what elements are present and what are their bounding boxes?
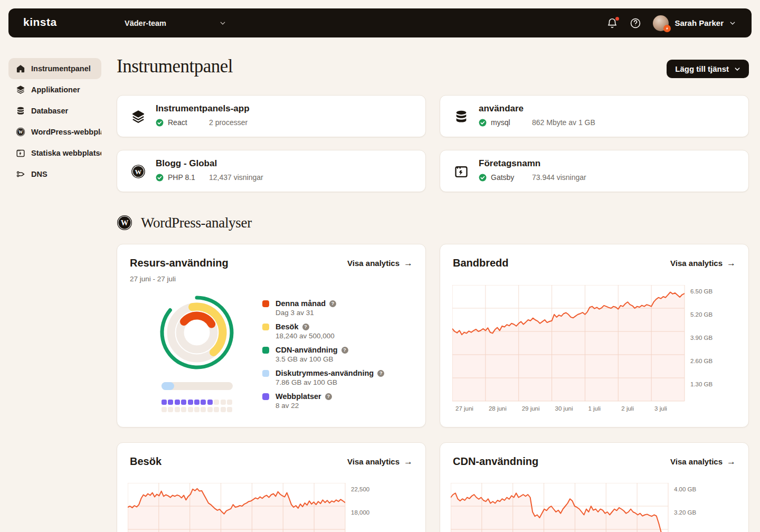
sidebar-item-label: Instrumentpanel <box>31 64 91 73</box>
main-content: Instrumentpanel Lägg till tjänst Instrum… <box>117 56 749 532</box>
svg-text:6.50 GB: 6.50 GB <box>690 288 713 294</box>
service-cards: Instrumentpanels-appReact2 processeranvä… <box>117 95 749 192</box>
website-square-free <box>214 400 219 405</box>
service-card-f-retagsnamn[interactable]: FöretagsnamnGatsby73.944 visningar <box>440 150 749 192</box>
legend-value: 18,240 av 500,000 <box>276 332 415 340</box>
service-card-anv-ndare[interactable]: användaremysql862 Mbyte av 1 GB <box>440 95 749 137</box>
help-tooltip-icon[interactable]: ? <box>341 347 348 354</box>
wordpress-icon: W <box>16 127 25 137</box>
svg-text:1.30 GB: 1.30 GB <box>690 381 713 387</box>
websites-squares <box>162 400 232 412</box>
sidebar-item-instrumentpanel[interactable]: Instrumentpanel <box>8 58 101 79</box>
page-header: Instrumentpanel Lägg till tjänst <box>117 56 749 87</box>
arrow-right-icon: → <box>404 259 413 268</box>
website-square-free <box>194 407 200 412</box>
svg-text:5.20 GB: 5.20 GB <box>690 311 713 318</box>
nav-right-cluster: Sarah Parker <box>606 8 736 37</box>
service-title: användare <box>479 103 524 114</box>
svg-text:W: W <box>121 218 129 227</box>
team-selector[interactable]: Väder-team <box>125 8 226 37</box>
service-title: Blogg - Global <box>156 158 217 169</box>
sidebar-item-wordpress-webbplatser[interactable]: WWordPress-webbplatser <box>8 121 101 142</box>
legend-swatch <box>262 370 269 377</box>
resource-legend: Denna månad?Dag 3 av 31Besök?18,240 av 5… <box>262 299 415 415</box>
legend-swatch <box>262 300 269 307</box>
disk-usage-bar-fill <box>162 382 174 390</box>
legend-swatch <box>262 324 269 330</box>
dns-icon <box>16 169 25 179</box>
legend-label: CDN-användning <box>276 346 338 354</box>
analytics-grid: Resurs-användning 27 juni - 27 juli Visa… <box>117 244 749 532</box>
sidebar-item-dns[interactable]: DNS <box>8 164 101 185</box>
help-tooltip-icon[interactable]: ? <box>325 393 332 400</box>
arrow-right-icon: → <box>404 457 413 466</box>
view-analytics-link[interactable]: Visa analytics→ <box>347 457 413 466</box>
help-button[interactable] <box>630 17 641 29</box>
sidebar: InstrumentpanelApplikationerDatabaserWWo… <box>8 58 101 185</box>
wordpress-icon: W <box>131 164 146 179</box>
chevron-down-icon <box>729 20 736 26</box>
card-title: Besök <box>130 455 162 468</box>
help-tooltip-icon[interactable]: ? <box>329 300 336 307</box>
view-analytics-link[interactable]: Visa analytics→ <box>347 259 413 268</box>
service-status: PHP 8.112,437 visningar <box>156 173 263 182</box>
svg-text:2 juli: 2 juli <box>621 405 634 412</box>
service-card-blogg-global[interactable]: WBlogg - GlobalPHP 8.112,437 visningar <box>117 150 426 192</box>
sidebar-item-label: DNS <box>31 170 48 178</box>
website-square-used <box>162 400 167 405</box>
view-analytics-link[interactable]: Visa analytics→ <box>670 457 736 466</box>
legend-value: Dag 3 av 31 <box>276 309 415 317</box>
status-detail: 73.944 visningar <box>532 173 586 182</box>
top-nav: kinsta Väder-team Sarah Parker <box>8 8 752 37</box>
cdn-usage-card: CDN-användning Visa analytics→ 4.00 GB3.… <box>440 442 749 532</box>
notifications-button[interactable] <box>606 17 618 29</box>
website-square-free <box>227 400 232 405</box>
svg-text:3.90 GB: 3.90 GB <box>690 335 713 341</box>
bolt-badge-icon <box>663 25 671 32</box>
team-selector-label: Väder-team <box>125 19 166 27</box>
website-square-free <box>227 407 232 412</box>
home-icon <box>16 64 25 73</box>
resource-usage-card: Resurs-användning 27 juni - 27 juli Visa… <box>117 244 426 428</box>
service-title: Företagsnamn <box>479 158 540 169</box>
resource-donut-chart <box>157 293 236 372</box>
service-card-instrumentpanels-app[interactable]: Instrumentpanels-appReact2 processer <box>117 95 426 137</box>
sidebar-item-databaser[interactable]: Databaser <box>8 100 101 121</box>
legend-value: 3.5 GB av 100 GB <box>276 355 415 363</box>
svg-text:28 juni: 28 juni <box>489 405 507 412</box>
website-square-free <box>188 407 193 412</box>
help-tooltip-icon[interactable]: ? <box>302 324 309 330</box>
legend-item-denna-m-nad: Denna månad?Dag 3 av 31 <box>262 299 415 315</box>
legend-swatch <box>262 393 269 400</box>
section-title: WordPress-analyser <box>141 215 252 231</box>
kinsta-logo[interactable]: kinsta <box>23 16 57 28</box>
website-square-free <box>214 407 219 412</box>
add-service-button[interactable]: Lägg till tjänst <box>667 60 749 78</box>
card-title: Bandbredd <box>453 257 509 269</box>
website-square-used <box>207 400 213 405</box>
view-analytics-link[interactable]: Visa analytics→ <box>670 259 736 268</box>
notification-dot <box>615 17 619 21</box>
website-square-used <box>168 400 173 405</box>
page-title: Instrumentpanel <box>117 56 749 77</box>
svg-text:29 juni: 29 juni <box>522 405 540 412</box>
sidebar-item-statiska-webbplatser[interactable]: Statiska webbplatser <box>8 142 101 164</box>
user-menu[interactable]: Sarah Parker <box>653 15 736 31</box>
legend-label: Denna månad <box>276 299 326 308</box>
help-icon <box>630 17 641 29</box>
user-name: Sarah Parker <box>674 18 724 27</box>
website-square-free <box>168 407 173 412</box>
disk-usage-bar <box>162 382 233 390</box>
check-icon <box>156 119 164 127</box>
card-title: Resurs-användning <box>130 257 229 269</box>
svg-text:1 juli: 1 juli <box>588 405 601 412</box>
static-site-icon <box>16 148 25 158</box>
add-service-label: Lägg till tjänst <box>675 64 729 73</box>
help-tooltip-icon[interactable]: ? <box>377 370 384 377</box>
avatar <box>653 15 669 31</box>
sidebar-item-applikationer[interactable]: Applikationer <box>8 79 101 100</box>
website-square-free <box>201 407 206 412</box>
legend-item-diskutrymmes-anv-ndning: Diskutrymmes-användning?7.86 GB av 100 G… <box>262 369 415 385</box>
svg-text:3 juli: 3 juli <box>654 405 667 412</box>
layers-icon <box>131 109 146 124</box>
